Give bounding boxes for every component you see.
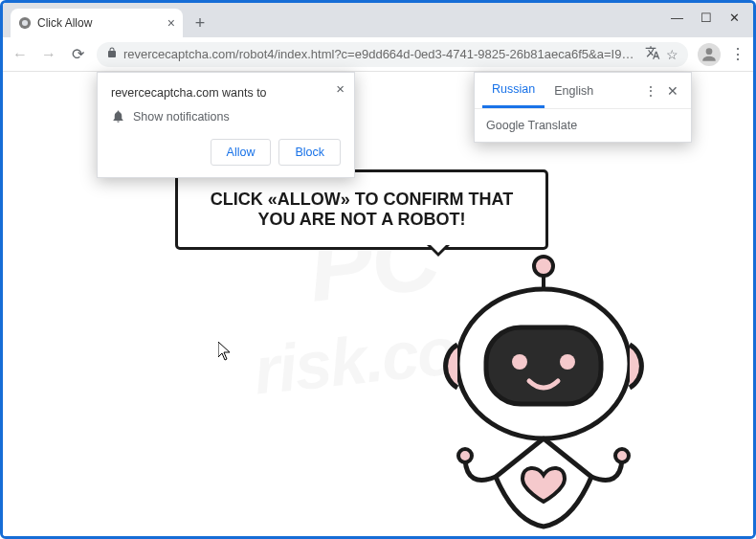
browser-toolbar: ← → ⟳ revercecaptcha.com/robot4/index.ht… bbox=[3, 37, 753, 72]
address-bar[interactable]: revercecaptcha.com/robot4/index.html?c=e… bbox=[97, 42, 688, 67]
tab-close-icon[interactable]: × bbox=[167, 15, 175, 31]
translate-icon[interactable] bbox=[645, 45, 660, 63]
new-tab-button[interactable]: + bbox=[187, 10, 213, 36]
svg-rect-6 bbox=[486, 327, 601, 404]
permission-close-icon[interactable]: × bbox=[336, 80, 345, 97]
translate-brand: Google Translate bbox=[475, 109, 691, 142]
translate-menu-icon[interactable]: ⋮ bbox=[639, 83, 662, 99]
lock-icon bbox=[106, 47, 118, 61]
translate-popup: Russian English ⋮ ✕ Google Translate bbox=[474, 72, 692, 143]
speech-bubble: CLICK «ALLOW» TO CONFIRM THAT YOU ARE NO… bbox=[175, 169, 548, 250]
svg-point-8 bbox=[560, 354, 575, 370]
permission-origin: revercecaptcha.com wants to bbox=[111, 86, 341, 100]
address-url: revercecaptcha.com/robot4/index.html?c=e… bbox=[123, 47, 639, 61]
bookmark-star-icon[interactable]: ☆ bbox=[666, 47, 678, 62]
permission-capability: Show notifications bbox=[133, 110, 230, 124]
svg-point-7 bbox=[512, 354, 527, 370]
browser-titlebar: Click Allow × + — ☐ ✕ bbox=[3, 3, 753, 37]
speech-bubble-text: CLICK «ALLOW» TO CONFIRM THAT YOU ARE NO… bbox=[211, 190, 513, 229]
forward-button[interactable]: → bbox=[39, 46, 58, 63]
window-maximize-icon[interactable]: ☐ bbox=[700, 11, 712, 25]
svg-point-9 bbox=[458, 449, 472, 462]
window-controls: — ☐ ✕ bbox=[661, 3, 749, 32]
back-button[interactable]: ← bbox=[11, 46, 30, 63]
svg-point-2 bbox=[706, 48, 713, 55]
translate-brand-translate: Translate bbox=[524, 119, 577, 132]
translate-close-icon[interactable]: ✕ bbox=[662, 83, 683, 99]
profile-avatar[interactable] bbox=[698, 43, 721, 66]
svg-point-1 bbox=[22, 20, 28, 26]
block-button[interactable]: Block bbox=[278, 139, 341, 166]
notification-permission-popup: × revercecaptcha.com wants to Show notif… bbox=[97, 72, 355, 178]
translate-tab-english[interactable]: English bbox=[545, 73, 603, 108]
tab-title: Click Allow bbox=[37, 16, 162, 30]
translate-tab-russian[interactable]: Russian bbox=[482, 73, 545, 108]
tab-favicon bbox=[18, 16, 32, 30]
robot-image bbox=[400, 249, 687, 539]
bell-icon bbox=[111, 109, 125, 124]
browser-tab[interactable]: Click Allow × bbox=[11, 9, 183, 37]
window-close-icon[interactable]: ✕ bbox=[729, 11, 740, 25]
translate-brand-google: Google bbox=[486, 119, 524, 132]
menu-kebab-icon[interactable]: ⋮ bbox=[730, 45, 745, 63]
svg-point-10 bbox=[615, 449, 629, 462]
page-content: PC risk.com Russian English ⋮ ✕ Google T… bbox=[3, 72, 753, 536]
window-minimize-icon[interactable]: — bbox=[671, 11, 683, 25]
svg-point-3 bbox=[534, 257, 553, 276]
reload-button[interactable]: ⟳ bbox=[68, 45, 87, 63]
mouse-cursor-icon bbox=[218, 342, 232, 365]
allow-button[interactable]: Allow bbox=[211, 139, 272, 166]
